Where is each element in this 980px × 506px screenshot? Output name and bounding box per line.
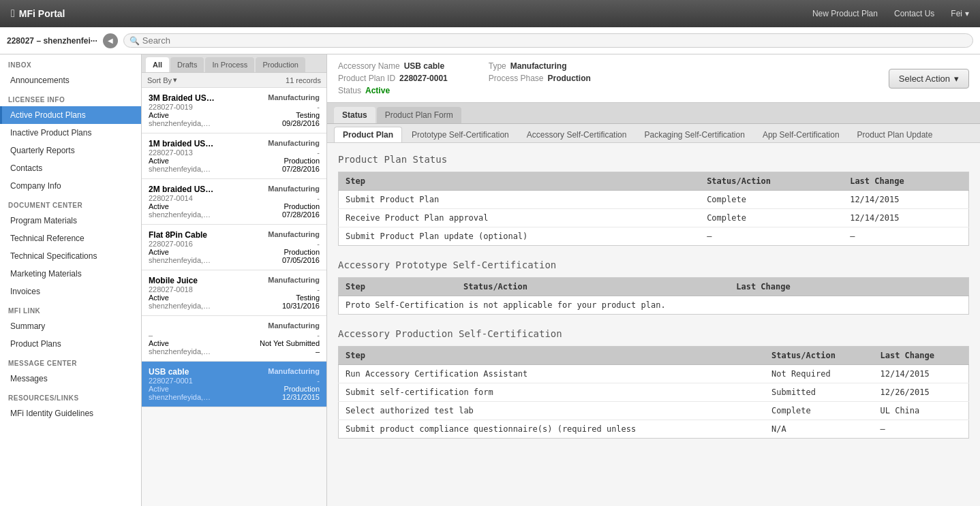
content-tab-status[interactable]: Status <box>334 107 376 123</box>
sidebar-section-mfi-link: MFI LINK <box>0 300 141 317</box>
item-status: Active <box>149 385 169 393</box>
tab-drafts[interactable]: Drafts <box>170 57 204 72</box>
sub-tab-packaging-self-certification[interactable]: Packaging Self-Certification <box>636 127 752 142</box>
item-dash: - <box>317 103 320 111</box>
search-input[interactable] <box>142 35 967 46</box>
item-name: USB cable <box>149 367 189 377</box>
table-row: Submit product compliance questionnaire(… <box>339 420 969 439</box>
sub-tab-prototype-self-certification[interactable]: Prototype Self-Certification <box>403 127 517 142</box>
table-row: Submit self-certification formSubmitted1… <box>339 383 969 402</box>
table-header: Status/Action <box>765 347 874 365</box>
item-name: Flat 8Pin Cable <box>149 230 207 240</box>
sidebar-section-resources-links: RESOURCES/LINKS <box>0 388 141 405</box>
table-row: Receive Product Plan approvalComplete12/… <box>339 209 969 227</box>
sidebar-item-invoices[interactable]: Invoices <box>0 283 141 300</box>
sidebar-item-inactive-product-plans[interactable]: Inactive Product Plans <box>0 124 141 142</box>
cell-last_change: – <box>843 227 968 246</box>
item-company: shenzhenfeyida,… <box>149 165 211 173</box>
item-date: 10/31/2016 <box>282 302 320 310</box>
sidebar-item-company-info[interactable]: Company Info <box>0 177 141 195</box>
user-menu[interactable]: Fei ▾ <box>951 9 969 18</box>
account-label: 228027 – shenzhenfei··· <box>7 36 97 46</box>
sidebar-item-active-product-plans[interactable]: Active Product Plans <box>0 106 141 124</box>
item-number: – <box>149 331 153 339</box>
item-phase: Production <box>284 157 320 165</box>
list-item[interactable]: USB cable Manufacturing 228027-0001 - Ac… <box>142 362 326 407</box>
cell-status: Submitted <box>765 383 874 402</box>
cell-status: Complete <box>700 209 843 227</box>
top-nav: New Product Plan Contact Us Fei ▾ <box>812 9 980 18</box>
list-item[interactable]: Flat 8Pin Cable Manufacturing 228027-001… <box>142 225 326 270</box>
detail-header: Accessory Name USB cable Product Plan ID… <box>327 54 980 103</box>
content-tab-product-plan-form[interactable]: Product Plan Form <box>377 107 461 123</box>
sidebar-item-announcements[interactable]: Announcements <box>0 72 141 89</box>
cell-step: Submit Product Plan <box>339 191 701 209</box>
sidebar-item-quarterly-reports[interactable]: Quarterly Reports <box>0 142 141 159</box>
item-company: shenzhenfeyida,… <box>149 393 211 401</box>
sub-tab-accessory-self-certification[interactable]: Accessory Self-Certification <box>519 127 635 142</box>
sidebar-item-messages[interactable]: Messages <box>0 370 141 388</box>
item-company: shenzhenfeyida,… <box>149 256 211 264</box>
item-date: 09/28/2016 <box>282 119 320 127</box>
item-name: 2M braided US… <box>149 185 213 194</box>
tab-in-process[interactable]: In Process <box>205 57 254 72</box>
topbar:  MFi Portal New Product Plan Contact Us… <box>0 0 980 27</box>
sidebar-item-technical-specifications[interactable]: Technical Specifications <box>0 247 141 265</box>
sub-tab-product-plan-update[interactable]: Product Plan Update <box>849 127 941 142</box>
sidebar-item-product-plans[interactable]: Product Plans <box>0 335 141 353</box>
list-item[interactable]: 3M Braided US… Manufacturing 228027-0019… <box>142 88 326 133</box>
sidebar-item-marketing-materials[interactable]: Marketing Materials <box>0 265 141 283</box>
sort-by-button[interactable]: Sort By ▾ <box>147 76 177 84</box>
sub-tab-app-self-certification[interactable]: App Self-Certification <box>754 127 848 142</box>
item-dash: - <box>317 194 320 202</box>
collapse-sidebar-button[interactable]: ◀ <box>103 33 118 48</box>
sidebar-section-message-center: MESSAGE CENTER <box>0 353 141 370</box>
cell-last_change: – <box>874 420 969 439</box>
item-date: 07/05/2016 <box>282 256 320 264</box>
item-type: Manufacturing <box>268 185 320 194</box>
item-dash: - <box>317 148 320 157</box>
contact-us-link[interactable]: Contact Us <box>894 9 934 18</box>
list-item[interactable]: Manufacturing – - Active Not Yet Submitt… <box>142 316 326 362</box>
user-dropdown-icon: ▾ <box>965 9 969 18</box>
table-product-plan-status: StepStatus/ActionLast ChangeSubmit Produ… <box>338 172 969 246</box>
item-status: Active <box>149 111 169 119</box>
list-item[interactable]: 2M braided US… Manufacturing 228027-0014… <box>142 179 326 225</box>
list-item[interactable]: Mobile Juice Manufacturing 228027-0018 -… <box>142 270 326 316</box>
content-tabs: StatusProduct Plan Form <box>327 103 980 124</box>
sidebar-item-technical-reference[interactable]: Technical Reference <box>0 230 141 247</box>
select-action-dropdown-icon: ▾ <box>954 74 959 84</box>
tab-all[interactable]: All <box>146 57 169 72</box>
item-name: 3M Braided US… <box>149 93 215 103</box>
sidebar-item-mfi-identity-guidelines[interactable]: MFi Identity Guidelines <box>0 405 141 422</box>
item-date: 07/28/2016 <box>282 210 320 219</box>
table-header: Last Change <box>843 172 968 191</box>
item-status: Active <box>149 294 169 302</box>
item-company: shenzhenfeyida,… <box>149 302 211 310</box>
item-company: shenzhenfeyida,… <box>149 210 211 219</box>
subbar: 228027 – shenzhenfei··· ◀ 🔍 <box>0 27 980 54</box>
list-item[interactable]: 1M braided US… Manufacturing 228027-0013… <box>142 133 326 179</box>
sidebar-item-summary[interactable]: Summary <box>0 317 141 335</box>
sort-by-icon: ▾ <box>173 76 177 84</box>
portal-title: MFi Portal <box>19 8 65 19</box>
content-panel: Accessory Name USB cable Product Plan ID… <box>327 54 980 506</box>
table-header: Last Change <box>874 347 969 365</box>
header-col-right: Type Manufacturing Process Phase Product… <box>489 61 591 95</box>
item-status: Active <box>149 157 169 165</box>
content-body: Product Plan StatusStepStatus/ActionLast… <box>327 143 980 506</box>
new-product-plan-link[interactable]: New Product Plan <box>812 9 878 18</box>
cell-status: N/A <box>765 420 874 439</box>
process-phase-value: Production <box>548 74 591 83</box>
item-status: Active <box>149 248 169 256</box>
type-label: Type <box>489 61 506 71</box>
cell-step: Submit self-certification form <box>339 383 765 402</box>
item-company: shenzhenfeyida,… <box>149 119 211 127</box>
select-action-button[interactable]: Select Action ▾ <box>889 69 969 89</box>
item-type: Manufacturing <box>268 139 320 148</box>
section-title-product-plan-status: Product Plan Status <box>338 154 969 165</box>
tab-production[interactable]: Production <box>256 57 305 72</box>
sub-tab-product-plan[interactable]: Product Plan <box>334 127 402 142</box>
sidebar-item-program-materials[interactable]: Program Materials <box>0 212 141 230</box>
sidebar-item-contacts[interactable]: Contacts <box>0 159 141 177</box>
